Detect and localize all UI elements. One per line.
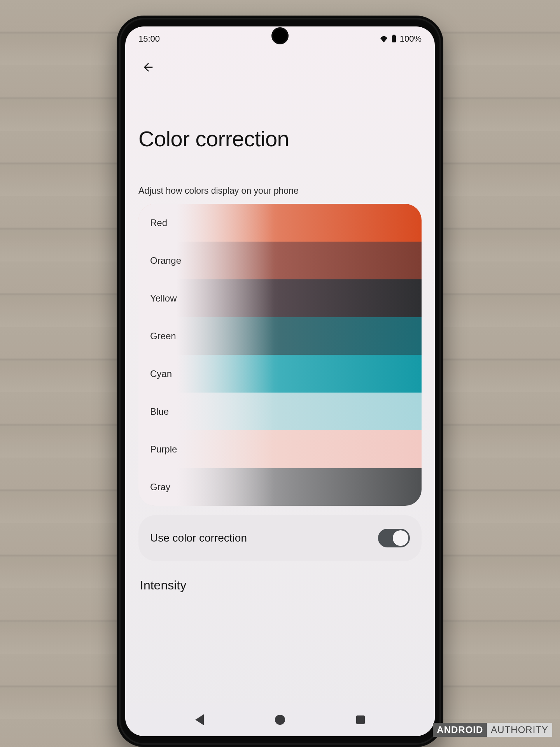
palette-label: Purple [150,444,177,455]
use-color-correction-row[interactable]: Use color correction [138,515,422,561]
intensity-section-header: Intensity [138,578,422,593]
status-time: 15:00 [138,34,160,44]
nav-back-icon[interactable] [193,714,206,726]
page-subtitle: Adjust how colors display on your phone [138,186,422,196]
switch-knob [393,530,408,546]
battery-percentage: 100% [400,34,422,44]
palette-row-purple: Purple [138,430,422,468]
watermark-brand-right: AUTHORITY [487,723,552,737]
nav-home-icon[interactable] [274,714,286,726]
phone-frame: 15:00 100% [117,16,443,747]
palette-label: Blue [150,406,169,417]
palette-label: Orange [150,255,181,266]
palette-label: Yellow [150,293,177,304]
page-title: Color correction [138,126,422,151]
palette-label: Red [150,217,167,228]
palette-row-blue: Blue [138,393,422,430]
status-right: 100% [380,34,422,44]
palette-label: Gray [150,482,170,493]
palette-label: Green [150,331,176,342]
palette-label: Cyan [150,368,172,379]
palette-row-green: Green [138,317,422,355]
svg-rect-0 [392,35,396,42]
palette-row-orange: Orange [138,242,422,279]
phone-screen: 15:00 100% [125,26,435,736]
watermark-brand-left: ANDROID [433,723,487,737]
wifi-icon [380,35,388,42]
navigation-bar [125,703,435,736]
palette-row-gray: Gray [138,468,422,506]
nav-recent-icon[interactable] [354,714,367,726]
palette-row-yellow: Yellow [138,279,422,317]
watermark: ANDROID AUTHORITY [433,723,552,737]
back-row [138,51,422,80]
battery-icon [391,35,397,43]
palette-row-cyan: Cyan [138,355,422,393]
use-color-correction-switch[interactable] [378,529,410,547]
settings-content: Color correction Adjust how colors displ… [125,51,435,593]
stage: 15:00 100% [0,0,560,747]
back-arrow-icon[interactable] [138,58,158,77]
front-camera-punch-hole [273,29,287,43]
svg-rect-1 [393,35,395,36]
palette-row-red: Red [138,204,422,242]
use-color-correction-label: Use color correction [150,532,247,544]
color-palette-card: Red Orange Yellow Gr [138,204,422,506]
